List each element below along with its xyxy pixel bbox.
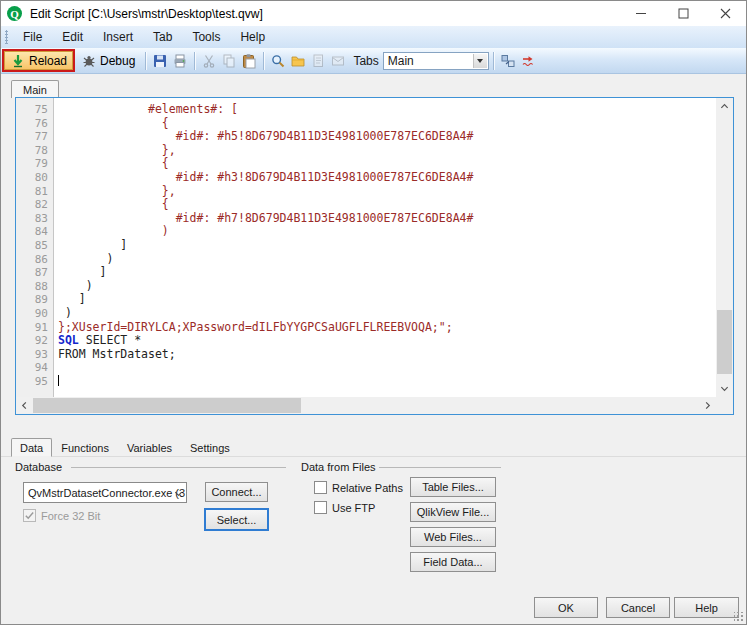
database-group-line <box>71 467 286 468</box>
reload-icon <box>10 53 26 69</box>
menu-insert[interactable]: Insert <box>93 27 143 47</box>
table-files-button[interactable]: Table Files... <box>410 477 496 497</box>
line-number: 86 <box>16 253 48 267</box>
field-data-button[interactable]: Field Data... <box>410 552 496 572</box>
script-tab-main[interactable]: Main <box>11 80 59 98</box>
debug-icon <box>81 53 97 69</box>
resize-grip[interactable] <box>734 612 744 622</box>
view-document-button[interactable] <box>310 53 326 69</box>
maximize-button[interactable] <box>662 1 704 26</box>
merge-tabs-icon <box>500 53 516 69</box>
menu-grip-handle[interactable] <box>5 30 8 44</box>
cut-button[interactable] <box>201 53 217 69</box>
scroll-left-button[interactable] <box>16 397 33 414</box>
line-number: 79 <box>16 157 48 171</box>
line-number: 80 <box>16 171 48 185</box>
chevron-down-icon <box>477 59 483 63</box>
database-connector-combobox[interactable]: QvMstrDatasetConnector.exe (3 <box>23 482 187 503</box>
panel-tab-variables[interactable]: Variables <box>118 438 181 457</box>
paste-icon <box>241 53 257 69</box>
code-line: }, <box>58 144 715 158</box>
menu-edit[interactable]: Edit <box>52 27 93 47</box>
code-line <box>58 375 715 389</box>
qlikview-file-button[interactable]: QlikView File... <box>410 502 496 522</box>
horizontal-scrollbar[interactable] <box>16 397 716 414</box>
use-ftp-checkbox-row: Use FTP <box>314 501 375 514</box>
vertical-scroll-thumb[interactable] <box>717 310 732 374</box>
debug-button[interactable]: Debug <box>75 51 141 70</box>
combobox-dropdown-button[interactable] <box>473 54 487 68</box>
line-number: 89 <box>16 293 48 307</box>
find-button[interactable] <box>270 53 286 69</box>
line-number: 77 <box>16 130 48 144</box>
line-number: 93 <box>16 348 48 362</box>
scroll-up-button[interactable] <box>716 98 733 115</box>
select-button[interactable]: Select... <box>204 508 269 531</box>
search-icon <box>270 53 286 69</box>
panel-tabs: Data Functions Variables Settings <box>11 438 239 457</box>
print-button[interactable] <box>172 53 188 69</box>
save-button[interactable] <box>152 53 168 69</box>
code-line: { <box>58 198 715 212</box>
reload-button[interactable]: Reload <box>4 51 73 70</box>
scrollbar-corner <box>716 397 733 414</box>
code-line: { <box>58 157 715 171</box>
connect-button[interactable]: Connect... <box>205 482 268 502</box>
line-number: 75 <box>16 103 48 117</box>
panel-tab-settings[interactable]: Settings <box>181 438 239 457</box>
chevron-right-icon <box>703 401 712 410</box>
code-line: ) <box>58 225 715 239</box>
code-line: ] <box>58 293 715 307</box>
relative-paths-checkbox[interactable] <box>314 481 327 494</box>
line-number: 92 <box>16 334 48 348</box>
code-line: }, <box>58 185 715 199</box>
script-editor[interactable]: 7576777879808182838485868788899091929394… <box>15 97 734 415</box>
help-button[interactable]: Help <box>674 597 739 618</box>
ok-button[interactable]: OK <box>534 597 598 618</box>
line-number: 90 <box>16 307 48 321</box>
horizontal-scroll-thumb[interactable] <box>33 398 301 413</box>
goto-next-error-button[interactable] <box>520 53 536 69</box>
code-line: #id#: #h5!8D679D4B11D3E4981000E787EC6DE8… <box>58 130 715 144</box>
force-32-bit-checkbox[interactable] <box>23 509 36 522</box>
menu-help[interactable]: Help <box>230 27 275 47</box>
code-line: { <box>58 117 715 131</box>
send-mail-button[interactable] <box>330 53 346 69</box>
minimize-icon <box>636 8 647 19</box>
cancel-button[interactable]: Cancel <box>606 597 670 618</box>
script-tabstrip: Main <box>11 80 59 97</box>
code-lines[interactable]: #elements#: [ { #id#: #h5!8D679D4B11D3E4… <box>58 103 715 396</box>
vertical-scrollbar[interactable] <box>716 98 733 397</box>
open-script-file-button[interactable] <box>290 53 306 69</box>
paste-button[interactable] <box>241 53 257 69</box>
minimize-button[interactable] <box>620 1 662 26</box>
web-files-button[interactable]: Web Files... <box>410 527 496 547</box>
panel-tab-functions[interactable]: Functions <box>52 438 118 457</box>
red-arrow-icon <box>520 53 536 69</box>
line-number: 85 <box>16 239 48 253</box>
copy-button[interactable] <box>221 53 237 69</box>
close-button[interactable] <box>704 1 746 26</box>
use-ftp-checkbox[interactable] <box>314 501 327 514</box>
scroll-right-button[interactable] <box>699 397 716 414</box>
save-icon <box>152 53 168 69</box>
tab-selector-value: Main <box>388 54 414 68</box>
line-number: 91 <box>16 321 48 335</box>
merge-tabs-button[interactable] <box>500 53 516 69</box>
scroll-down-button[interactable] <box>716 380 733 397</box>
panel-tab-data[interactable]: Data <box>11 438 52 457</box>
maximize-icon <box>678 8 689 19</box>
menu-bar: File Edit Insert Tab Tools Help <box>1 26 746 49</box>
menu-file[interactable]: File <box>13 27 52 47</box>
code-line: FROM MstrDataset; <box>58 348 715 362</box>
copy-icon <box>221 53 237 69</box>
code-line: ] <box>58 266 715 280</box>
edit-script-window: Q Edit Script [C:\Users\mstr\Desktop\tes… <box>0 0 747 625</box>
menu-tab[interactable]: Tab <box>143 27 182 47</box>
tab-selector-combobox[interactable]: Main <box>383 52 489 70</box>
close-icon <box>720 8 731 19</box>
menu-tools[interactable]: Tools <box>182 27 230 47</box>
tabs-label: Tabs <box>353 54 378 68</box>
toolbar-separator <box>194 52 195 70</box>
code-line: ) <box>58 307 715 321</box>
